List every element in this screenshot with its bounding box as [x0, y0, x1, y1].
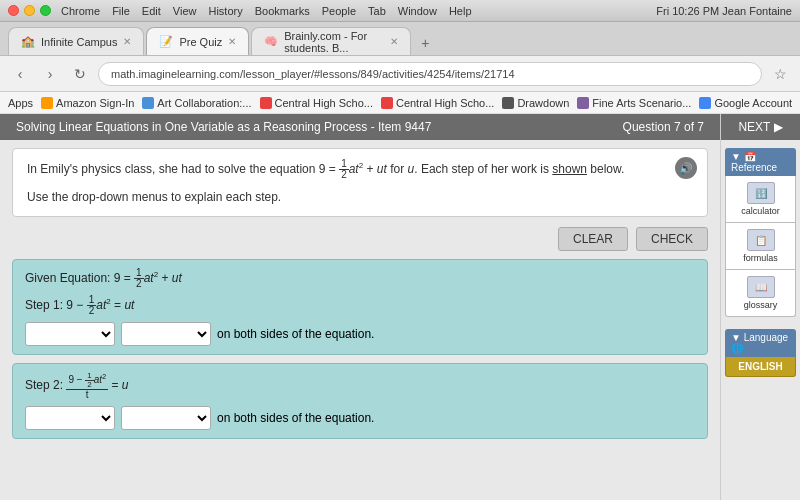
fraction-half: 12 [339, 159, 349, 180]
bookmark-central-2[interactable]: Central High Scho... [381, 97, 494, 109]
bookmark-google-account[interactable]: Google Account [699, 97, 792, 109]
bookmark-favicon [577, 97, 589, 109]
bookmark-art[interactable]: Art Collaboration:... [142, 97, 251, 109]
tab-favicon: 🏫 [21, 35, 35, 48]
menu-history[interactable]: History [208, 5, 242, 17]
chrome-tabbar: 🏫 Infinite Campus ✕ 📝 Pre Quiz ✕ 🧠 Brain… [0, 22, 800, 56]
tab-favicon: 🧠 [264, 35, 278, 48]
bookmark-label: Amazon Sign-In [56, 97, 134, 109]
tab-pre-quiz[interactable]: 📝 Pre Quiz ✕ [146, 27, 249, 55]
address-input[interactable]: math.imaginelearning.com/lesson_player/#… [98, 62, 762, 86]
glossary-label: glossary [744, 300, 778, 310]
step2-dropdown1[interactable] [25, 406, 115, 430]
frac-half-s1: 12 [87, 295, 97, 316]
sound-button[interactable]: 🔊 [675, 157, 697, 179]
bookmark-central-1[interactable]: Central High Scho... [260, 97, 373, 109]
calculator-item[interactable]: 🔢 calculator [725, 176, 796, 223]
tab-close-btn[interactable]: ✕ [123, 36, 131, 47]
bookmark-drawdown[interactable]: Drawdown [502, 97, 569, 109]
step1-text: Step 1: 9 − 12at2 = ut [25, 295, 695, 316]
tab-label: Pre Quiz [179, 36, 222, 48]
chrome-addressbar: ‹ › ↻ math.imaginelearning.com/lesson_pl… [0, 56, 800, 92]
bookmark-favicon [699, 97, 711, 109]
bookmark-label: Fine Arts Scenario... [592, 97, 691, 109]
reference-header: ▼ 📅 Reference [725, 148, 796, 176]
bookmark-apps[interactable]: Apps [8, 97, 33, 109]
reload-button[interactable]: ↻ [68, 62, 92, 86]
menu-window[interactable]: Window [398, 5, 437, 17]
prompt-box: 🔊 In Emily's physics class, she had to s… [12, 148, 708, 217]
step2-suffix: on both sides of the equation. [217, 411, 374, 425]
step1-dropdown1[interactable] [25, 322, 115, 346]
formulas-icon: 📋 [747, 229, 775, 251]
menu-people[interactable]: People [322, 5, 356, 17]
back-button[interactable]: ‹ [8, 62, 32, 86]
next-button[interactable]: NEXT ▶ [721, 114, 800, 140]
minimize-window-btn[interactable] [24, 5, 35, 16]
tab-infinite-campus[interactable]: 🏫 Infinite Campus ✕ [8, 27, 144, 55]
tab-close-btn[interactable]: ✕ [228, 36, 236, 47]
language-section: ▼ Language 🌐 ENGLISH [721, 329, 800, 377]
menu-tab[interactable]: Tab [368, 5, 386, 17]
traffic-lights [8, 5, 51, 16]
bookmark-label: Google Account [714, 97, 792, 109]
bookmark-star[interactable]: ☆ [768, 62, 792, 86]
language-button[interactable]: ENGLISH [725, 357, 796, 377]
datetime-user: Fri 10:26 PM Jean Fontaine [656, 5, 792, 17]
frac-step2: 9 − 12at2t [66, 372, 108, 400]
check-button[interactable]: CHECK [636, 227, 708, 251]
step1-dropdown2[interactable] [121, 322, 211, 346]
right-sidebar: NEXT ▶ ▼ 📅 Reference 🔢 calculator 📋 form… [720, 114, 800, 500]
menu-view[interactable]: View [173, 5, 197, 17]
question-count: Question 7 of 7 [623, 120, 704, 134]
given-equation-card: Given Equation: 9 = 12at2 + ut Step 1: 9… [12, 259, 708, 355]
close-window-btn[interactable] [8, 5, 19, 16]
menu-bookmarks[interactable]: Bookmarks [255, 5, 310, 17]
bookmark-favicon [502, 97, 514, 109]
reference-label: ▼ 📅 Reference [731, 151, 790, 173]
formulas-label: formulas [743, 253, 778, 263]
question-title: Solving Linear Equations in One Variable… [16, 120, 431, 134]
mac-menu: Chrome File Edit View History Bookmarks … [61, 5, 472, 17]
reference-section: ▼ 📅 Reference 🔢 calculator 📋 formulas 📖 … [725, 148, 796, 317]
tab-label: Brainly.com - For students. B... [284, 30, 384, 54]
step1-suffix: on both sides of the equation. [217, 327, 374, 341]
url-text: math.imaginelearning.com/lesson_player/#… [111, 68, 515, 80]
step2-text: Step 2: 9 − 12at2t = u [25, 372, 695, 400]
tab-brainly[interactable]: 🧠 Brainly.com - For students. B... ✕ [251, 27, 411, 55]
menu-help[interactable]: Help [449, 5, 472, 17]
menu-chrome[interactable]: Chrome [61, 5, 100, 17]
bookmark-label: Central High Scho... [396, 97, 494, 109]
glossary-icon: 📖 [747, 276, 775, 298]
menu-edit[interactable]: Edit [142, 5, 161, 17]
step2-dropdowns: on both sides of the equation. [25, 406, 695, 430]
shown-link[interactable]: shown [552, 162, 587, 176]
glossary-item[interactable]: 📖 glossary [725, 270, 796, 317]
forward-button[interactable]: › [38, 62, 62, 86]
formulas-item[interactable]: 📋 formulas [725, 223, 796, 270]
instruction-text: Use the drop-down menus to explain each … [27, 188, 693, 206]
bookmark-favicon [41, 97, 53, 109]
bookmark-label: Central High Scho... [275, 97, 373, 109]
fullscreen-window-btn[interactable] [40, 5, 51, 16]
new-tab-button[interactable]: + [413, 31, 437, 55]
prompt-text: In Emily's physics class, she had to sol… [27, 159, 693, 180]
menu-file[interactable]: File [112, 5, 130, 17]
frac-half: 12 [134, 268, 144, 289]
calculator-icon: 🔢 [747, 182, 775, 204]
tab-label: Infinite Campus [41, 36, 117, 48]
bookmark-label: Drawdown [517, 97, 569, 109]
mac-right-info: Fri 10:26 PM Jean Fontaine [656, 5, 792, 17]
step2-dropdown2[interactable] [121, 406, 211, 430]
bookmark-fine-arts[interactable]: Fine Arts Scenario... [577, 97, 691, 109]
given-equation-text: Given Equation: 9 = 12at2 + ut [25, 268, 695, 289]
clear-button[interactable]: CLEAR [558, 227, 628, 251]
bookmarks-bar: Apps Amazon Sign-In Art Collaboration:..… [0, 92, 800, 114]
bookmark-amazon[interactable]: Amazon Sign-In [41, 97, 134, 109]
action-buttons: CLEAR CHECK [12, 227, 708, 251]
step1-dropdowns: on both sides of the equation. [25, 322, 695, 346]
question-header: Solving Linear Equations in One Variable… [0, 114, 720, 140]
bookmark-favicon [142, 97, 154, 109]
tab-close-btn[interactable]: ✕ [390, 36, 398, 47]
main-content: Solving Linear Equations in One Variable… [0, 114, 800, 500]
